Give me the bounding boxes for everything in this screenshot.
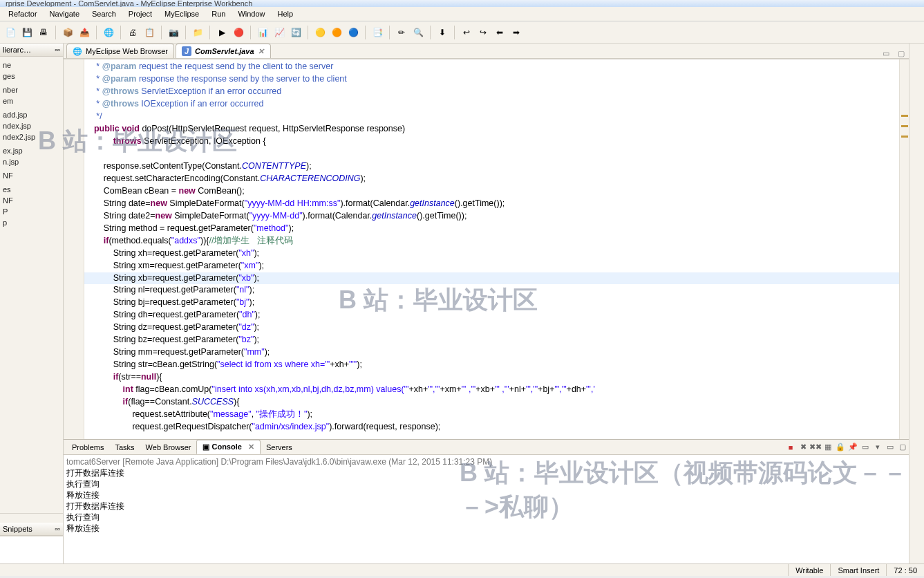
status-insert-mode: Smart Insert — [830, 564, 886, 576]
view-title: lierarc… — [3, 46, 31, 54]
toolbar-button[interactable]: 📄 — [3, 25, 18, 40]
remove-all-icon[interactable]: ✖✖ — [809, 441, 822, 454]
toolbar-button[interactable]: ↪ — [475, 25, 491, 40]
tab-label: ComServlet.java — [195, 47, 254, 55]
menu-run[interactable]: Run — [206, 8, 231, 19]
tab-console[interactable]: ▣ Console ✕ — [196, 440, 261, 454]
editor-column: 🌐 MyEclipse Web Browser J ComServlet.jav… — [64, 44, 909, 563]
toolbar-button[interactable]: 🟠 — [329, 25, 344, 40]
close-icon[interactable]: ✕ — [258, 47, 265, 56]
tree-item[interactable]: NF — [1, 170, 62, 181]
tab-web-browser[interactable]: 🌐 MyEclipse Web Browser — [66, 44, 174, 58]
console-output[interactable]: tomcat6Server [Remote Java Application] … — [64, 455, 909, 563]
menu-navigate[interactable]: Navigate — [44, 8, 85, 19]
snippets-view-header[interactable]: Snippets ▫▫ — [0, 523, 63, 536]
toolbar-button[interactable]: 📦 — [60, 25, 75, 40]
workarea: lierarc… ▫▫ negesnberemadd.jspndex.jspnd… — [0, 44, 924, 563]
view-controls[interactable]: ▫▫ — [55, 46, 60, 54]
toolbar-button[interactable]: 📑 — [370, 25, 385, 40]
terminate-icon[interactable]: ■ — [784, 441, 797, 454]
toolbar-button[interactable]: ▶ — [214, 25, 229, 40]
toolbar-button[interactable]: ✏ — [394, 25, 409, 40]
toolbar-button[interactable]: 📊 — [255, 25, 270, 40]
bottom-panel: Problems Tasks Web Browser ▣ Console ✕ S… — [64, 439, 909, 563]
clear-icon[interactable]: ▦ — [822, 441, 834, 454]
display-icon[interactable]: ▭ — [859, 441, 871, 454]
tree-item[interactable]: ndex2.jsp — [1, 131, 62, 142]
console-line: 释放连接 — [66, 523, 906, 534]
pin-icon[interactable]: 📌 — [847, 441, 859, 454]
toolbar-button[interactable]: ↩ — [459, 25, 474, 40]
status-writable: Writable — [788, 564, 830, 576]
tree-item[interactable]: NF — [1, 195, 62, 206]
tree-item[interactable]: ex.jsp — [1, 145, 62, 156]
hierarchy-tree[interactable]: negesnberemadd.jspndex.jspndex2.jspex.js… — [0, 57, 63, 513]
right-trim — [909, 44, 924, 563]
tree-item[interactable]: ndex.jsp — [1, 120, 62, 131]
status-bar: Writable Smart Insert 72 : 50 — [0, 563, 924, 576]
open-console-icon[interactable]: ▾ — [871, 441, 884, 454]
minimize-icon[interactable]: ▭ — [878, 49, 894, 58]
tab-webbrowser[interactable]: Web Browser — [140, 441, 197, 454]
tab-tasks[interactable]: Tasks — [109, 441, 140, 454]
snippets-label: Snippets — [3, 525, 32, 533]
toolbar-button[interactable]: 💾 — [19, 25, 35, 40]
tree-item[interactable]: ges — [1, 71, 62, 82]
toolbar-button[interactable]: 📁 — [190, 25, 205, 40]
maximize-icon[interactable]: ▢ — [896, 441, 909, 454]
toolbar-button[interactable]: 📤 — [77, 25, 92, 40]
code-editor[interactable]: * @param request the request send by the… — [84, 59, 899, 439]
menu-myeclipse[interactable]: MyEclipse — [159, 8, 205, 19]
tab-problems[interactable]: Problems — [66, 441, 109, 454]
tree-item[interactable]: em — [1, 95, 62, 106]
console-line: 执行查询 — [66, 478, 906, 490]
tree-item[interactable]: P — [1, 206, 62, 217]
tab-comservlet[interactable]: J ComServlet.java ✕ — [176, 44, 271, 58]
hierarchy-view-header[interactable]: lierarc… ▫▫ — [0, 44, 63, 57]
menu-help[interactable]: Help — [272, 8, 299, 19]
toolbar-button[interactable]: 🌐 — [101, 25, 116, 40]
console-process-header: tomcat6Server [Remote Java Application] … — [66, 456, 906, 467]
editor-tabs: 🌐 MyEclipse Web Browser J ComServlet.jav… — [64, 44, 909, 59]
editor-area: * @param request the request send by the… — [64, 59, 909, 439]
tree-item[interactable]: ne — [1, 59, 62, 71]
maximize-icon[interactable]: ▢ — [894, 49, 909, 58]
window-title: rprise Development - ComServlet.java - M… — [0, 0, 924, 7]
menu-search[interactable]: Search — [86, 8, 122, 19]
toolbar-button[interactable]: 🔍 — [411, 25, 426, 40]
toolbar-button[interactable]: 🖨 — [125, 25, 140, 40]
toolbar-button[interactable]: 📈 — [272, 25, 287, 40]
toolbar-button[interactable]: 🟡 — [312, 25, 328, 40]
toolbar-button[interactable]: 📷 — [166, 25, 181, 40]
java-file-icon: J — [182, 46, 191, 56]
close-icon[interactable]: ✕ — [248, 442, 254, 451]
tree-item[interactable]: es — [1, 184, 62, 195]
main-toolbar: 📄💾🖶📦📤🌐🖨📋📷📁▶🔴📊📈🔄🟡🟠🔵📑✏🔍⬇↩↪⬅➡ — [0, 21, 924, 44]
toolbar-button[interactable]: 📋 — [142, 25, 157, 40]
tree-item[interactable]: p — [1, 217, 62, 228]
toolbar-button[interactable]: 🔴 — [231, 25, 246, 40]
remove-icon[interactable]: ✖ — [797, 441, 809, 454]
menu-project[interactable]: Project — [123, 8, 158, 19]
toolbar-button[interactable]: ⬇ — [435, 25, 450, 40]
menu-window[interactable]: Window — [232, 8, 270, 19]
tab-servers[interactable]: Servers — [261, 441, 298, 454]
toolbar-button[interactable]: ⬅ — [492, 25, 507, 40]
editor-gutter — [64, 59, 84, 439]
view-controls[interactable]: ▫▫ — [55, 525, 60, 533]
overview-ruler[interactable] — [899, 59, 909, 439]
toolbar-button[interactable]: 🔵 — [346, 25, 361, 40]
tree-item[interactable]: n.jsp — [1, 156, 62, 167]
toolbar-button[interactable]: 🔄 — [288, 25, 303, 40]
tab-label: MyEclipse Web Browser — [86, 47, 168, 55]
tree-item[interactable]: add.jsp — [1, 109, 62, 120]
minimize-icon[interactable]: ▭ — [884, 441, 896, 454]
bottom-tabs: Problems Tasks Web Browser ▣ Console ✕ S… — [64, 440, 909, 455]
menu-refactor[interactable]: Refactor — [3, 8, 43, 19]
status-cursor-position: 72 : 50 — [886, 564, 924, 576]
toolbar-button[interactable]: 🖶 — [36, 25, 51, 40]
scroll-lock-icon[interactable]: 🔒 — [834, 441, 847, 454]
console-line: 释放连接 — [66, 490, 906, 501]
tree-item[interactable]: nber — [1, 84, 62, 95]
toolbar-button[interactable]: ➡ — [509, 25, 524, 40]
